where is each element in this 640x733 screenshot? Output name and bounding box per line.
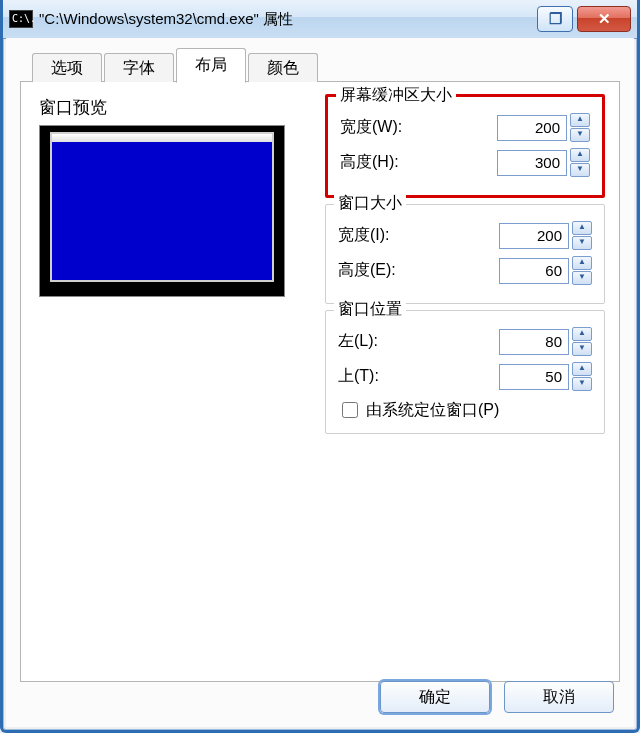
context-help-button[interactable]: ❐ [537, 6, 573, 32]
tab-color[interactable]: 颜色 [248, 53, 318, 82]
winpos-top-spinner[interactable]: ▲ ▼ [499, 362, 592, 391]
winpos-top-input[interactable] [499, 364, 569, 390]
buffer-height-label: 高度(H): [340, 152, 497, 173]
spin-up-icon[interactable]: ▲ [570, 113, 590, 127]
spin-down-icon[interactable]: ▼ [572, 377, 592, 391]
buffer-width-label: 宽度(W): [340, 117, 497, 138]
titlebar[interactable]: C:\. "C:\Windows\system32\cmd.exe" 属性 ❐ … [3, 0, 637, 39]
tabpage-layout: 窗口预览 屏幕缓冲区大小 宽度(W): [20, 82, 620, 682]
settings-groups: 屏幕缓冲区大小 宽度(W): ▲ ▼ 高度(H): [325, 94, 605, 440]
tab-layout[interactable]: 布局 [176, 48, 246, 83]
ok-button[interactable]: 确定 [380, 681, 490, 713]
client-area: 选项 字体 布局 颜色 窗口预览 屏幕缓冲区大小 宽度(W): [6, 38, 634, 727]
spin-up-icon[interactable]: ▲ [572, 221, 592, 235]
winsize-height-label: 高度(E): [338, 260, 499, 281]
system-position-checkbox-row[interactable]: 由系统定位窗口(P) [338, 399, 592, 421]
group-screen-buffer-legend: 屏幕缓冲区大小 [336, 85, 456, 106]
tab-options[interactable]: 选项 [32, 53, 102, 82]
system-position-label: 由系统定位窗口(P) [366, 400, 499, 421]
window-preview [39, 125, 285, 297]
tab-font[interactable]: 字体 [104, 53, 174, 82]
buffer-height-spinner[interactable]: ▲ ▼ [497, 148, 590, 177]
system-position-checkbox[interactable] [342, 402, 358, 418]
spin-down-icon[interactable]: ▼ [572, 342, 592, 356]
group-window-size-legend: 窗口大小 [334, 193, 406, 214]
preview-body [52, 142, 272, 280]
close-button[interactable]: ✕ [577, 6, 631, 32]
properties-dialog: C:\. "C:\Windows\system32\cmd.exe" 属性 ❐ … [0, 0, 640, 733]
window-title: "C:\Windows\system32\cmd.exe" 属性 [39, 10, 533, 29]
winpos-left-input[interactable] [499, 329, 569, 355]
spin-up-icon[interactable]: ▲ [572, 362, 592, 376]
spin-up-icon[interactable]: ▲ [572, 256, 592, 270]
preview-window-frame [50, 132, 274, 282]
group-screen-buffer: 屏幕缓冲区大小 宽度(W): ▲ ▼ 高度(H): [325, 94, 605, 198]
buffer-width-spinner[interactable]: ▲ ▼ [497, 113, 590, 142]
buffer-height-input[interactable] [497, 150, 567, 176]
spin-up-icon[interactable]: ▲ [570, 148, 590, 162]
winpos-left-spinner[interactable]: ▲ ▼ [499, 327, 592, 356]
spin-down-icon[interactable]: ▼ [572, 236, 592, 250]
winsize-height-spinner[interactable]: ▲ ▼ [499, 256, 592, 285]
winsize-width-label: 宽度(I): [338, 225, 499, 246]
winsize-width-spinner[interactable]: ▲ ▼ [499, 221, 592, 250]
buffer-width-input[interactable] [497, 115, 567, 141]
tabstrip: 选项 字体 布局 颜色 [20, 48, 620, 82]
winsize-width-input[interactable] [499, 223, 569, 249]
group-window-position-legend: 窗口位置 [334, 299, 406, 320]
spin-down-icon[interactable]: ▼ [572, 271, 592, 285]
cmd-icon: C:\. [9, 10, 33, 28]
group-window-size: 窗口大小 宽度(I): ▲ ▼ 高度(E): [325, 204, 605, 304]
spin-down-icon[interactable]: ▼ [570, 163, 590, 177]
winpos-left-label: 左(L): [338, 331, 499, 352]
winpos-top-label: 上(T): [338, 366, 499, 387]
spin-up-icon[interactable]: ▲ [572, 327, 592, 341]
group-window-position: 窗口位置 左(L): ▲ ▼ 上(T): [325, 310, 605, 434]
spin-down-icon[interactable]: ▼ [570, 128, 590, 142]
winsize-height-input[interactable] [499, 258, 569, 284]
dialog-button-row: 确定 取消 [380, 681, 614, 713]
cancel-button[interactable]: 取消 [504, 681, 614, 713]
